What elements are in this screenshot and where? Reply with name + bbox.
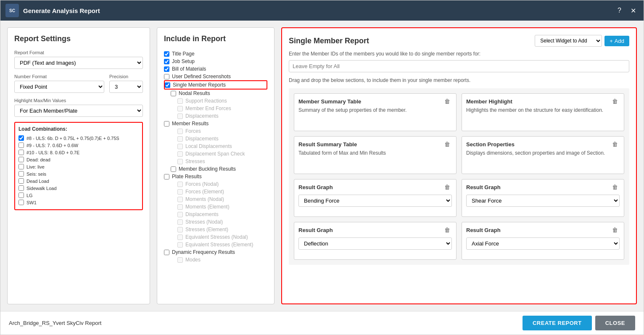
include-label: Stresses [185,158,205,164]
dialog-content: Report Settings Report Format PDF (Text … [0,21,644,311]
load-checkbox[interactable] [18,157,24,162]
include-item: Displacements [164,135,267,142]
load-checkbox[interactable] [18,185,24,191]
widget-card: Result Graph 🗑 Bending ForceShear ForceD… [462,179,624,217]
include-label: Local Displacements [185,143,232,149]
include-label: Member Buckling Results [179,166,236,172]
close-button[interactable]: CLOSE [595,316,635,330]
load-checkbox[interactable] [18,178,24,184]
include-item: Modes [164,256,267,264]
include-checkbox[interactable] [177,242,183,248]
include-checkbox[interactable] [177,144,183,149]
widget-card-title: Member Summary Table [298,98,361,105]
delete-graph-button[interactable]: 🗑 [443,227,452,233]
report-settings-title: Report Settings [14,34,143,43]
close-dialog-button[interactable]: ✕ [628,6,639,16]
delete-widget-button[interactable]: 🗑 [443,141,452,148]
title-bar-left: SC Generate Analysis Report [5,4,100,17]
load-item: Live: live [18,163,139,170]
number-format-select[interactable]: Fixed Point [14,81,104,93]
footer-buttons: CREATE REPORT CLOSE [523,316,635,330]
result-graph-select[interactable]: Bending ForceShear ForceDeflectionAxial … [466,237,620,250]
include-item: Support Reactions [164,97,267,105]
delete-graph-button[interactable]: 🗑 [610,227,620,233]
include-checkbox[interactable] [177,151,183,157]
include-item: Moments (Element) [164,203,267,211]
highlight-select[interactable]: For Each Member/Plate [14,105,143,117]
load-item: SW1 [18,199,139,206]
include-checkbox[interactable] [177,98,183,104]
include-checkbox[interactable] [164,66,169,72]
include-checkbox[interactable] [177,106,183,111]
include-item: Displacements [164,112,267,120]
include-checkbox[interactable] [164,51,169,57]
include-item: Member Results [164,120,267,127]
precision-group: Precision 3 [109,74,143,93]
load-item: Dead Load [18,177,139,185]
widget-add-select[interactable]: Select Widget to Add [535,35,602,47]
include-item: Single Member Reports [164,80,267,90]
include-checkbox[interactable] [164,74,169,79]
load-checkbox[interactable] [18,193,24,198]
add-widget-button[interactable]: + Add [604,36,629,46]
load-label: #8 - ULS: 6b. D + 0.75L + 0.75(0.7)E + 0… [26,136,119,141]
include-label: Modes [185,257,201,263]
result-graph-title: Result Graph [466,227,501,233]
report-format-select[interactable]: PDF (Text and Images) [14,57,143,69]
load-checkbox[interactable] [18,200,24,205]
include-checkbox[interactable] [164,121,169,127]
load-item: LG [18,192,139,199]
include-checkbox[interactable] [177,189,183,195]
include-item: Plate Results [164,173,267,180]
result-graph-select[interactable]: Bending ForceShear ForceDeflectionAxial … [466,195,620,207]
include-checkbox[interactable] [177,129,183,134]
number-format-row: Number Format Fixed Point Precision 3 [14,74,143,98]
include-checkbox[interactable] [171,91,176,96]
include-checkbox[interactable] [177,197,183,202]
member-ids-input[interactable] [289,60,629,72]
load-checkbox[interactable] [18,135,24,141]
load-checkbox[interactable] [18,150,24,155]
include-checkbox[interactable] [177,257,183,263]
highlight-label: Highlight Max/Min Values [14,98,143,103]
include-label: Nodal Results [179,90,210,96]
delete-widget-button[interactable]: 🗑 [610,98,620,105]
load-checkbox[interactable] [18,171,24,177]
widget-select-group: Select Widget to Add + Add [535,35,629,47]
include-label: Job Setup [172,58,195,64]
result-graph-select[interactable]: Bending ForceShear ForceDeflectionAxial … [298,195,452,207]
create-report-button[interactable]: CREATE REPORT [523,316,592,330]
precision-select[interactable]: 3 [109,81,143,93]
delete-graph-button[interactable]: 🗑 [443,184,452,190]
include-checkbox[interactable] [177,235,183,240]
include-checkbox[interactable] [171,166,176,172]
include-checkbox[interactable] [177,212,183,217]
load-label: Sidewalk Load [26,186,57,191]
add-icon: + [610,38,613,44]
include-checkbox[interactable] [177,113,183,119]
load-combinations-box: Load Combinations: #8 - ULS: 6b. D + 0.7… [14,122,143,210]
delete-graph-button[interactable]: 🗑 [610,184,620,190]
delete-widget-button[interactable]: 🗑 [443,98,452,105]
include-checkbox[interactable] [177,159,183,164]
include-label: Forces (Element) [185,189,224,195]
number-format-group: Number Format Fixed Point [14,74,104,93]
load-label: Dead Load [26,179,49,184]
include-checkbox[interactable] [165,82,170,88]
load-checkbox[interactable] [18,142,24,148]
include-checkbox[interactable] [164,250,169,255]
result-graph-select[interactable]: Bending ForceShear ForceDeflectionAxial … [298,237,452,250]
include-checkbox[interactable] [177,219,183,225]
delete-widget-button[interactable]: 🗑 [610,141,620,148]
include-checkbox[interactable] [177,182,183,187]
include-checkbox[interactable] [164,174,169,179]
include-checkbox[interactable] [177,136,183,142]
include-checkbox[interactable] [177,204,183,210]
help-button[interactable]: ? [615,6,624,16]
include-checkbox[interactable] [177,227,183,232]
report-settings-panel: Report Settings Report Format PDF (Text … [7,27,150,304]
load-checkbox[interactable] [18,164,24,169]
widget-card: Result Graph 🗑 Bending ForceShear ForceD… [294,222,457,260]
include-checkbox[interactable] [164,59,169,64]
widget-card: Member Highlight 🗑 Highlights the member… [462,93,624,131]
